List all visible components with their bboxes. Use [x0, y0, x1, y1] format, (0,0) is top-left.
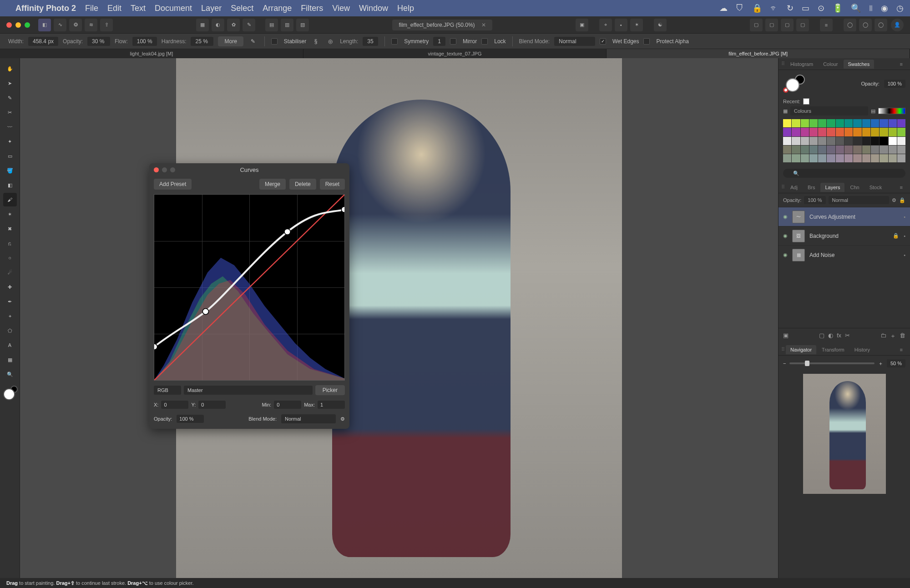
hair-icon[interactable]: ✶ — [630, 19, 643, 31]
swatch-colour[interactable] — [783, 137, 791, 145]
swatch-colour[interactable] — [871, 119, 879, 127]
tab-layers[interactable]: Layers — [820, 183, 844, 192]
zoom-in-button[interactable]: ＋ — [878, 360, 883, 367]
swatch-colour[interactable] — [783, 119, 791, 127]
swatch-colour[interactable] — [897, 128, 905, 136]
menu-filters[interactable]: Filters — [301, 4, 323, 13]
swatch-colour[interactable] — [897, 119, 905, 127]
menu-document[interactable]: Document — [155, 4, 192, 13]
swatch-colour[interactable] — [871, 146, 879, 154]
palette-view-icon[interactable]: ▤ — [871, 108, 875, 114]
layer-row[interactable]: ◉▦Add Noise• — [779, 245, 910, 264]
dodge-tool-icon[interactable]: ○ — [3, 251, 17, 265]
swatch-colour[interactable] — [853, 119, 861, 127]
autocolours-icon[interactable]: ✿ — [227, 19, 240, 31]
swatch-colour[interactable] — [880, 128, 888, 136]
navigator-thumbnail[interactable] — [803, 374, 886, 494]
swatch-colour[interactable] — [889, 128, 897, 136]
panel-drag-icon[interactable]: ⠿ — [781, 61, 785, 67]
tab-swatches[interactable]: Swatches — [844, 60, 875, 69]
layer-visibility-icon[interactable]: ◉ — [783, 214, 788, 220]
forcepixel-icon[interactable]: ▪ — [615, 19, 627, 31]
export-persona-icon[interactable]: ⇪ — [100, 19, 113, 31]
curves-min-input[interactable]: 0 — [274, 401, 301, 409]
swatch-colour[interactable] — [880, 154, 888, 162]
node-tool-icon[interactable]: ⌖ — [3, 309, 17, 323]
curves-close-icon[interactable] — [154, 167, 159, 172]
flow-input[interactable]: 100 % — [132, 37, 157, 46]
clone-brush-tool-icon[interactable]: ⎌ — [3, 236, 17, 250]
pen-tool-icon[interactable]: ✒ — [3, 295, 17, 308]
swatch-colour[interactable] — [862, 128, 870, 136]
zoom-window[interactable] — [25, 22, 30, 28]
colour-swatch-tool[interactable] — [2, 386, 18, 401]
swatch-colour[interactable] — [862, 146, 870, 154]
tab-stock[interactable]: Stock — [865, 183, 887, 192]
adjustment-icon[interactable]: ◐ — [828, 332, 833, 340]
tab-colour[interactable]: Colour — [819, 60, 842, 69]
add-layer-icon[interactable]: ＋ — [890, 332, 896, 340]
swatch-colour[interactable] — [871, 128, 879, 136]
tab-chn[interactable]: Chn — [845, 183, 864, 192]
selection-invert-icon[interactable]: ▥ — [281, 19, 293, 31]
zoom-value-input[interactable]: 50 % — [887, 359, 905, 367]
symmetry-input[interactable]: 1 — [433, 37, 445, 46]
swatch-colour[interactable] — [836, 119, 844, 127]
align-icon[interactable]: ≡ — [820, 19, 833, 31]
edit-all-layers-icon[interactable]: ▣ — [783, 332, 789, 340]
swatch-colour[interactable] — [853, 154, 861, 162]
inpainting-tool-icon[interactable]: ✚ — [3, 280, 17, 294]
autolevels-icon[interactable]: ▦ — [196, 19, 209, 31]
swatch-colour[interactable] — [827, 154, 835, 162]
swatch-colour[interactable] — [783, 154, 791, 162]
selection-brush-tool-icon[interactable]: 〰 — [3, 120, 17, 134]
menu-edit[interactable]: Edit — [107, 4, 121, 13]
wifi-icon[interactable]: ᯤ — [770, 4, 779, 13]
swatch-colour[interactable] — [818, 154, 826, 162]
zoom-out-button[interactable]: − — [783, 361, 786, 366]
palette-grid-icon[interactable]: ▦ — [783, 108, 788, 114]
menu-layer[interactable]: Layer — [201, 4, 222, 13]
doctab-2[interactable]: film_effect_before.JPG [M] — [607, 49, 910, 58]
menu-window[interactable]: Window — [359, 4, 388, 13]
curves-opacity-input[interactable]: 100 % — [177, 415, 204, 423]
selection-all-icon[interactable]: ▤ — [265, 19, 278, 31]
swatch-search-input[interactable] — [783, 169, 905, 178]
swatch-colour[interactable] — [836, 128, 844, 136]
swatch-opacity-input[interactable]: 100 % — [884, 80, 905, 88]
crop-layer-icon[interactable]: ✂ — [845, 332, 850, 340]
protectalpha-checkbox[interactable] — [643, 38, 650, 45]
opacity-input[interactable]: 30 % — [87, 37, 110, 46]
group-icon[interactable]: 🗀 — [880, 332, 886, 340]
siri-icon[interactable]: ◉ — [881, 3, 888, 13]
shape-tool-icon[interactable]: ⬠ — [3, 324, 17, 337]
tab-adj[interactable]: Adj — [786, 183, 802, 192]
mirror-checkbox[interactable] — [450, 38, 456, 45]
swatch-colour[interactable] — [827, 137, 835, 145]
swatch-colour[interactable] — [818, 119, 826, 127]
menu-text[interactable]: Text — [131, 4, 146, 13]
curves-min-icon[interactable] — [162, 167, 167, 172]
panel-menu-icon[interactable]: ≡ — [895, 183, 907, 192]
menu-file[interactable]: File — [85, 4, 98, 13]
layers-opacity-input[interactable]: 100 % — [804, 196, 825, 204]
develop-persona-icon[interactable]: ❂ — [69, 19, 82, 31]
swatch-colour[interactable] — [792, 154, 800, 162]
mesh-warp-tool-icon[interactable]: ▦ — [3, 353, 17, 367]
swatch-colour[interactable] — [889, 146, 897, 154]
tab-histogram[interactable]: Histogram — [786, 60, 818, 69]
tab-transform[interactable]: Transform — [817, 345, 849, 354]
swatch-colour[interactable] — [862, 119, 870, 127]
swatch-colour[interactable] — [853, 128, 861, 136]
menu-help[interactable]: Help — [397, 4, 414, 13]
menu-select[interactable]: Select — [231, 4, 253, 13]
swatch-colour[interactable] — [897, 146, 905, 154]
move-back-icon[interactable]: ▢ — [750, 19, 763, 31]
smudge-tool-icon[interactable]: ☄ — [3, 266, 17, 279]
close-window[interactable] — [6, 22, 12, 28]
curves-panel[interactable]: Curves Add Preset Merge Delete Reset — [149, 163, 349, 429]
swatch-colour[interactable] — [897, 137, 905, 145]
play-icon[interactable]: ⊙ — [818, 3, 824, 13]
layer-row[interactable]: ◉🖼Background🔒• — [779, 226, 910, 245]
lock-checkbox[interactable] — [481, 38, 488, 45]
